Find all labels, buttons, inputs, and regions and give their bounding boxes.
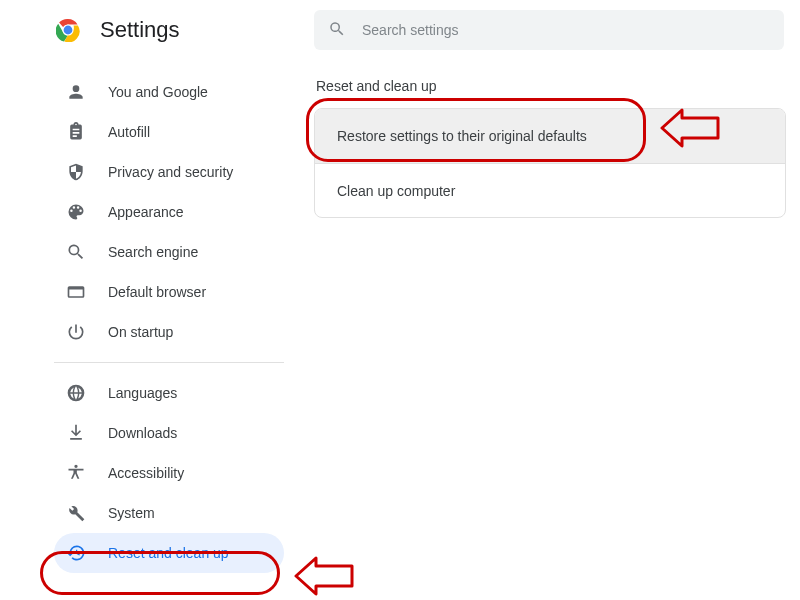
search-icon: [66, 242, 86, 262]
sidebar-separator: [54, 362, 284, 363]
search-icon: [328, 20, 346, 41]
power-icon: [66, 322, 86, 342]
sidebar-item-default-browser[interactable]: Default browser: [54, 272, 284, 312]
sidebar-item-on-startup[interactable]: On startup: [54, 312, 284, 352]
annotation-arrow-bottom: [294, 556, 354, 596]
sidebar-item-appearance[interactable]: Appearance: [54, 192, 284, 232]
sidebar-item-label: You and Google: [108, 84, 208, 100]
clipboard-icon: [66, 122, 86, 142]
palette-icon: [66, 202, 86, 222]
page-title: Settings: [100, 17, 180, 43]
row-restore-defaults[interactable]: Restore settings to their original defau…: [315, 109, 785, 163]
sidebar-item-label: On startup: [108, 324, 173, 340]
sidebar-item-label: System: [108, 505, 155, 521]
sidebar-item-label: Downloads: [108, 425, 177, 441]
chrome-logo-icon: [56, 18, 80, 42]
sidebar-item-label: Privacy and security: [108, 164, 233, 180]
sidebar-item-languages[interactable]: Languages: [54, 373, 284, 413]
accessibility-icon: [66, 463, 86, 483]
sidebar-item-search-engine[interactable]: Search engine: [54, 232, 284, 272]
sidebar-item-label: Autofill: [108, 124, 150, 140]
browser-icon: [66, 282, 86, 302]
sidebar-item-you-and-google[interactable]: You and Google: [54, 72, 284, 112]
sidebar-item-label: Appearance: [108, 204, 184, 220]
globe-icon: [66, 383, 86, 403]
sidebar-item-label: Default browser: [108, 284, 206, 300]
search-input[interactable]: [360, 21, 770, 39]
row-label: Restore settings to their original defau…: [337, 128, 587, 144]
download-icon: [66, 423, 86, 443]
sidebar-item-label: Languages: [108, 385, 177, 401]
section-title: Reset and clean up: [314, 78, 786, 94]
sidebar-item-label: Reset and clean up: [108, 545, 229, 561]
sidebar: You and Google Autofill Privacy and secu…: [54, 72, 284, 573]
sidebar-item-downloads[interactable]: Downloads: [54, 413, 284, 453]
sidebar-item-autofill[interactable]: Autofill: [54, 112, 284, 152]
search-bar[interactable]: [314, 10, 784, 50]
row-clean-up[interactable]: Clean up computer: [315, 163, 785, 217]
settings-card: Restore settings to their original defau…: [314, 108, 786, 218]
sidebar-item-accessibility[interactable]: Accessibility: [54, 453, 284, 493]
restore-icon: [66, 543, 86, 563]
main-content: Reset and clean up Restore settings to t…: [314, 78, 786, 218]
row-label: Clean up computer: [337, 183, 455, 199]
sidebar-item-privacy[interactable]: Privacy and security: [54, 152, 284, 192]
sidebar-item-reset[interactable]: Reset and clean up: [54, 533, 284, 573]
svg-point-2: [64, 26, 72, 34]
sidebar-item-system[interactable]: System: [54, 493, 284, 533]
sidebar-item-label: Search engine: [108, 244, 198, 260]
wrench-icon: [66, 503, 86, 523]
person-icon: [66, 82, 86, 102]
shield-icon: [66, 162, 86, 182]
sidebar-item-label: Accessibility: [108, 465, 184, 481]
